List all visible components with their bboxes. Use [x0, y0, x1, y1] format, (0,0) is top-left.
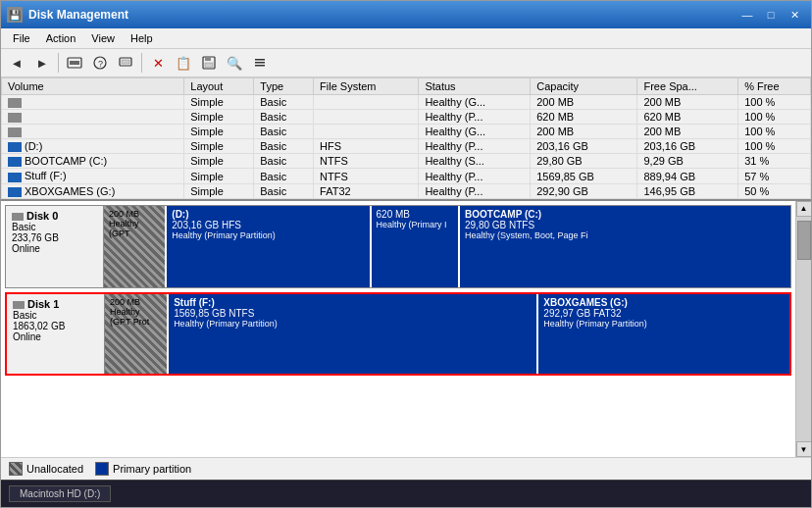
legend-unallocated: Unallocated: [9, 462, 83, 476]
cell-pct: 100 %: [738, 110, 811, 125]
col-capacity[interactable]: Capacity: [531, 78, 637, 95]
cell-layout: Simple: [184, 154, 254, 169]
table-row[interactable]: Simple Basic Healthy (P... 620 MB 620 MB…: [2, 110, 811, 125]
part-size: 620 MB: [377, 209, 453, 220]
maximize-button[interactable]: □: [760, 6, 782, 24]
part-desc: Healthy (Primary Partition): [172, 230, 364, 240]
disk-partitions-1: 200 MBHealthy (GPT ProtStuff (F:)1569,85…: [105, 294, 789, 374]
menu-file[interactable]: File: [5, 30, 38, 46]
disk-area-container: Disk 0 Basic 233,76 GB Online 200 MBHeal…: [1, 201, 811, 457]
tb-search-button[interactable]: 🔍: [223, 52, 246, 74]
svg-text:?: ?: [98, 59, 103, 69]
partition-0-2[interactable]: 620 MBHealthy (Primary I: [372, 206, 460, 287]
cell-pct: 100 %: [738, 125, 811, 139]
part-size: 1569,85 GB NTFS: [174, 308, 532, 319]
disk-section: Disk 0 Basic 233,76 GB Online 200 MBHeal…: [1, 201, 795, 457]
cell-fs: FAT32: [314, 183, 419, 198]
volume-icon: [8, 187, 22, 197]
cell-volume: [2, 125, 184, 139]
scroll-down-button[interactable]: ▼: [796, 441, 812, 457]
svg-rect-10: [255, 62, 265, 64]
toolbar: ◄ ► ? ✕ 📋 🔍: [1, 49, 811, 77]
tb-disk-button[interactable]: [63, 52, 86, 74]
cell-type: Basic: [254, 95, 314, 110]
table-row[interactable]: Stuff (F:) Simple Basic NTFS Healthy (P.…: [2, 169, 811, 183]
cell-type: Basic: [254, 154, 314, 169]
content-area: Volume Layout Type File System Status Ca…: [1, 77, 811, 480]
tb-copy-button[interactable]: 📋: [172, 52, 195, 74]
part-size: 200 MB: [110, 297, 162, 307]
col-type[interactable]: Type: [254, 78, 314, 95]
menu-bar: File Action View Help: [1, 28, 811, 49]
col-volume[interactable]: Volume: [2, 78, 184, 95]
tb-menu-button[interactable]: [248, 52, 272, 74]
disk-size-1: 1863,02 GB: [13, 321, 98, 331]
col-pct[interactable]: % Free: [738, 78, 811, 95]
volume-icon: [8, 157, 22, 167]
partition-0-1[interactable]: (D:)203,16 GB HFSHealthy (Primary Partit…: [167, 206, 371, 287]
cell-layout: Simple: [184, 169, 254, 183]
close-button[interactable]: ✕: [784, 6, 805, 24]
minimize-button[interactable]: —: [736, 6, 758, 24]
tb-forward-button[interactable]: ►: [30, 52, 54, 74]
cell-volume: [2, 95, 184, 110]
cell-fs: NTFS: [314, 169, 419, 183]
tb-sep-2: [141, 53, 142, 73]
partition-0-3[interactable]: BOOTCAMP (C:)29,80 GB NTFSHealthy (Syste…: [460, 206, 790, 287]
table-row[interactable]: BOOTCAMP (C:) Simple Basic NTFS Healthy …: [2, 154, 811, 169]
partition-1-0[interactable]: 200 MBHealthy (GPT Prot: [105, 294, 169, 374]
disk-status-1: Online: [13, 331, 98, 342]
table-row[interactable]: Simple Basic Healthy (G... 200 MB 200 MB…: [2, 95, 811, 110]
scroll-up-button[interactable]: ▲: [796, 201, 812, 217]
col-status[interactable]: Status: [419, 78, 531, 95]
table-row[interactable]: Simple Basic Healthy (G... 200 MB 200 MB…: [2, 125, 811, 139]
svg-rect-11: [255, 65, 265, 67]
disk-type-1: Basic: [13, 310, 98, 321]
taskbar-item[interactable]: Macintosh HD (D:): [9, 485, 111, 502]
partition-0-0[interactable]: 200 MBHealthy (GPT: [104, 206, 167, 287]
part-size: 203,16 GB HFS: [172, 220, 364, 230]
disk-name-1: Disk 1: [13, 298, 98, 310]
disk-row-1[interactable]: Disk 1 Basic 1863,02 GB Online 200 MBHea…: [5, 292, 791, 376]
partition-1-1[interactable]: Stuff (F:)1569,85 GB NTFSHealthy (Primar…: [169, 294, 538, 374]
cell-free: 889,94 GB: [637, 169, 738, 183]
col-layout[interactable]: Layout: [184, 78, 254, 95]
tb-back-button[interactable]: ◄: [5, 52, 28, 74]
cell-capacity: 1569,85 GB: [531, 169, 637, 183]
cell-status: Healthy (S...: [419, 154, 531, 169]
vertical-scrollbar[interactable]: ▲ ▼: [795, 201, 811, 457]
volume-icon: [8, 127, 22, 137]
table-row[interactable]: (D:) Simple Basic HFS Healthy (P... 203,…: [2, 139, 811, 154]
part-desc: Healthy (System, Boot, Page Fi: [465, 230, 786, 240]
svg-rect-5: [122, 60, 129, 64]
col-filesystem[interactable]: File System: [314, 78, 419, 95]
disk-size-0: 233,76 GB: [12, 232, 97, 243]
scroll-track: [796, 217, 811, 441]
tb-help-button[interactable]: ?: [88, 52, 112, 74]
cell-type: Basic: [254, 169, 314, 183]
table-row[interactable]: XBOXGAMES (G:) Simple Basic FAT32 Health…: [2, 183, 811, 198]
menu-help[interactable]: Help: [123, 30, 161, 46]
cell-status: Healthy (P...: [419, 183, 531, 198]
cell-fs: [314, 110, 419, 125]
volume-table: Volume Layout Type File System Status Ca…: [1, 77, 811, 199]
part-name: Stuff (F:): [174, 297, 532, 308]
cell-status: Healthy (G...: [419, 125, 531, 139]
cell-layout: Simple: [184, 125, 254, 139]
partition-1-2[interactable]: XBOXGAMES (G:)292,97 GB FAT32Healthy (Pr…: [538, 294, 789, 374]
tb-delete-button[interactable]: ✕: [146, 52, 170, 74]
disk-management-window: 💾 Disk Management — □ ✕ File Action View…: [0, 0, 812, 508]
cell-pct: 31 %: [738, 154, 811, 169]
scroll-thumb[interactable]: [797, 221, 811, 260]
cell-layout: Simple: [184, 110, 254, 125]
menu-view[interactable]: View: [83, 30, 123, 46]
tb-zoom-out-button[interactable]: [114, 52, 137, 74]
cell-capacity: 29,80 GB: [531, 154, 637, 169]
tb-save-button[interactable]: [197, 52, 221, 74]
cell-fs: HFS: [314, 139, 419, 154]
part-size: 200 MB: [109, 209, 160, 219]
col-free[interactable]: Free Spa...: [637, 78, 738, 95]
disk-row-0[interactable]: Disk 0 Basic 233,76 GB Online 200 MBHeal…: [5, 205, 791, 288]
legend-unallocated-label: Unallocated: [26, 463, 83, 475]
menu-action[interactable]: Action: [38, 30, 84, 46]
